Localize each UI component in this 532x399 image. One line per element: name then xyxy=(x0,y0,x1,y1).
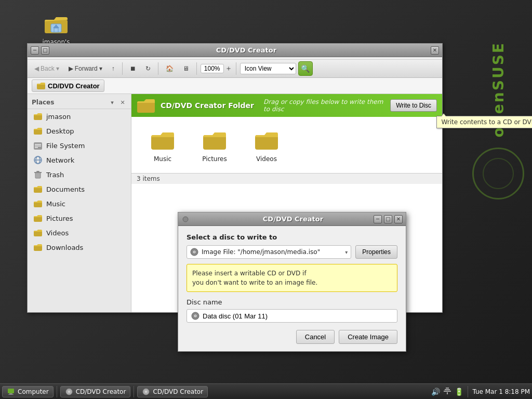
sidebar-item-music[interactable]: Music xyxy=(28,196,131,211)
svg-point-26 xyxy=(183,217,188,222)
places-close-button[interactable]: ✕ xyxy=(118,98,127,107)
up-arrow-icon: ↑ xyxy=(112,65,115,72)
disc-name-input[interactable] xyxy=(203,312,393,320)
sidebar-item-pictures[interactable]: Pictures xyxy=(28,211,131,225)
desktop-sidebar-icon xyxy=(33,126,43,136)
network-icon[interactable] xyxy=(443,387,451,396)
svg-rect-25 xyxy=(255,135,278,150)
dialog-disc-select[interactable]: Image File: "/home/jmason/media.iso" ▾ xyxy=(187,245,351,259)
window-titlebar: ─ □ CD/DVD Creator ✕ xyxy=(28,44,442,57)
sidebar-item-trash-label: Trash xyxy=(46,171,64,179)
svg-rect-10 xyxy=(35,147,38,148)
svg-point-32 xyxy=(195,315,196,316)
maximize-button[interactable]: □ xyxy=(41,46,49,55)
search-button[interactable]: 🔍 xyxy=(298,61,313,76)
dialog-disc-option-text: Image File: "/home/jmason/media.iso" xyxy=(202,248,345,256)
dialog-section-label: Select a disc to write to xyxy=(187,233,397,241)
taskbar-right: 🔊 🔋 Tue Mar 1 8:18 PM xyxy=(431,386,530,397)
taskbar: Computer CD/DVD Creator CD/DVD Creator 🔊… xyxy=(0,383,532,399)
location-folder-button[interactable]: CD/DVD Creator xyxy=(32,79,104,92)
dialog-select-arrow-icon: ▾ xyxy=(345,249,348,255)
documents-icon xyxy=(33,184,43,194)
taskbar-item-cddvd-1-label: CD/DVD Creator xyxy=(76,388,126,395)
music-icon xyxy=(33,198,43,209)
home-button[interactable]: 🏠 xyxy=(162,63,177,74)
sidebar-item-documents[interactable]: Documents xyxy=(28,182,131,196)
write-button-container: Write to Disc Write contents to a CD or … xyxy=(390,99,437,112)
dialog-minimize-btn[interactable]: ─ xyxy=(374,215,382,223)
properties-button[interactable]: Properties xyxy=(355,245,397,259)
sidebar-item-filesystem[interactable]: File System xyxy=(28,138,131,153)
svg-rect-16 xyxy=(36,171,39,172)
cddvd-taskbar-icon-2 xyxy=(142,388,150,396)
sidebar-item-downloads[interactable]: Downloads xyxy=(28,240,131,255)
sidebar-item-jmason-label: jmason xyxy=(46,113,71,121)
taskbar-item-computer-label: Computer xyxy=(18,388,49,395)
dialog-maximize-btn[interactable]: □ xyxy=(384,215,392,223)
reload-button[interactable]: ↻ xyxy=(142,63,154,74)
view-mode-select[interactable]: Icon View List View Compact View xyxy=(240,63,296,74)
cddvd-dialog: CD/DVD Creator ─ □ ✕ Select a disc to wr… xyxy=(178,212,406,352)
back-button[interactable]: ◀ Back ▾ xyxy=(31,63,63,74)
create-image-button[interactable]: Create Image xyxy=(339,330,397,344)
videos-folder-icon xyxy=(254,127,279,152)
taskbar-item-cddvd-2[interactable]: CD/DVD Creator xyxy=(137,386,208,397)
places-toggle-button[interactable]: ▾ xyxy=(108,98,116,107)
taskbar-sep-1 xyxy=(57,386,57,397)
svg-rect-15 xyxy=(34,172,42,173)
opensuse-branding: openSUSE xyxy=(464,42,532,353)
stop-icon: ⏹ xyxy=(130,65,136,72)
up-button[interactable]: ↑ xyxy=(108,63,118,74)
videos-icon xyxy=(33,228,43,238)
zoom-plus-icon[interactable]: ＋ xyxy=(225,64,232,73)
network-icon xyxy=(33,155,43,165)
filesystem-icon xyxy=(33,140,43,151)
computer-button[interactable]: 🖥 xyxy=(179,63,193,74)
dialog-buttons: Cancel Create Image xyxy=(187,330,397,344)
file-item-videos-label: Videos xyxy=(256,155,277,163)
taskbar-item-computer[interactable]: Computer xyxy=(2,386,54,397)
svg-rect-23 xyxy=(151,135,174,150)
file-item-music[interactable]: Music xyxy=(142,127,183,163)
svg-rect-24 xyxy=(203,135,226,150)
taskbar-item-cddvd-1[interactable]: CD/DVD Creator xyxy=(60,386,131,397)
sidebar-item-desktop[interactable]: Desktop xyxy=(28,124,131,138)
sidebar-item-pictures-label: Pictures xyxy=(46,215,73,222)
sidebar-item-trash[interactable]: Trash xyxy=(28,167,131,182)
stop-button[interactable]: ⏹ xyxy=(126,63,140,74)
sidebar-item-downloads-label: Downloads xyxy=(46,244,83,251)
battery-icon[interactable]: 🔋 xyxy=(455,388,463,396)
folder-location-icon xyxy=(36,82,46,90)
cddvd-taskbar-icon-1 xyxy=(65,388,73,396)
sidebar-item-videos[interactable]: Videos xyxy=(28,225,131,240)
file-item-pictures[interactable]: Pictures xyxy=(194,127,235,163)
sidebar-item-network[interactable]: Network xyxy=(28,153,131,167)
cancel-button[interactable]: Cancel xyxy=(296,330,335,344)
user-icon xyxy=(33,111,43,122)
toolbar: ◀ Back ▾ ▶ Forward ▾ ↑ ⏹ ↻ 🏠 xyxy=(28,60,442,78)
svg-rect-33 xyxy=(8,389,14,393)
zoom-input[interactable] xyxy=(201,64,224,73)
forward-dropdown-icon: ▾ xyxy=(99,65,102,72)
toolbar-separator-4 xyxy=(236,62,236,75)
home-icon: 🏠 xyxy=(166,65,174,72)
close-button[interactable]: ✕ xyxy=(431,46,439,55)
dialog-body: Select a disc to write to Image File: "/… xyxy=(178,226,406,351)
dialog-title: CD/DVD Creator xyxy=(212,215,374,223)
music-folder-icon xyxy=(150,127,175,152)
sidebar-item-jmason[interactable]: jmason xyxy=(28,109,131,124)
dialog-warning: Please insert a writable CD or DVD if yo… xyxy=(187,264,397,292)
dialog-close-button[interactable]: ✕ xyxy=(394,215,403,223)
taskbar-clock: Tue Mar 1 8:18 PM xyxy=(472,388,530,395)
volume-icon[interactable]: 🔊 xyxy=(431,388,440,396)
minimize-button[interactable]: ─ xyxy=(31,46,39,55)
write-to-disc-button[interactable]: Write to Disc xyxy=(390,99,437,112)
file-item-videos[interactable]: Videos xyxy=(246,127,287,163)
disc-name-icon xyxy=(191,312,200,320)
pictures-folder-icon xyxy=(202,127,227,152)
svg-rect-43 xyxy=(445,389,450,390)
file-item-pictures-label: Pictures xyxy=(202,155,227,163)
home-folder-icon xyxy=(44,11,69,36)
forward-button[interactable]: ▶ Forward ▾ xyxy=(65,63,106,74)
opensuse-inner-circle xyxy=(483,158,514,189)
